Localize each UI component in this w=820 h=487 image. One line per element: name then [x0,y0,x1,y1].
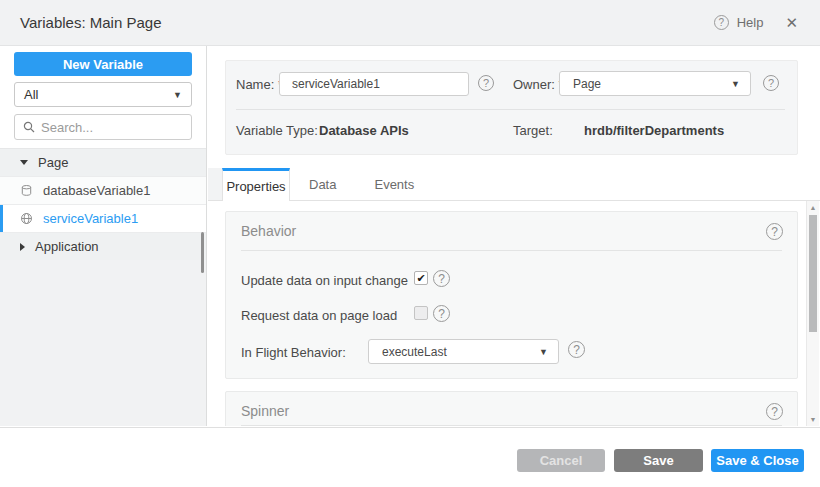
request-on-page-load-checkbox[interactable] [414,306,428,320]
spinner-section-title: Spinner [241,403,289,419]
tree-item-label: databaseVariable1 [43,183,150,198]
owner-help-icon[interactable] [763,75,779,91]
spinner-section: Spinner [225,391,798,426]
help-icon[interactable] [714,15,729,30]
content-scrollbar-thumb[interactable] [809,215,817,332]
tree-group-application[interactable]: Application [0,233,206,261]
request-on-page-load-label: Request data on page load [241,308,397,323]
owner-value: Page [573,77,601,91]
dialog-footer: Cancel Save Save & Close [0,427,820,487]
in-flight-behavior-help-icon[interactable] [568,341,585,358]
variable-type-label: Variable Type: [236,123,318,138]
close-icon[interactable]: ✕ [785,14,798,32]
triangle-down-icon [20,160,28,165]
detail-tabs: Properties Data Events [208,168,820,201]
search-icon [23,121,35,133]
name-field[interactable] [279,72,469,96]
update-on-input-change-checkbox[interactable] [414,271,428,285]
summary-divider [236,109,785,110]
tree-empty-area [0,260,206,426]
spinner-help-icon[interactable] [766,403,783,420]
chevron-down-icon: ▼ [731,79,740,89]
tree-item-servicevariable1[interactable]: serviceVariable1 [0,205,206,233]
service-variable-icon [20,212,33,225]
tree-item-databasevariable1[interactable]: databaseVariable1 [0,177,206,205]
target-value: hrdb/filterDepartments [584,123,724,138]
dialog-header: Variables: Main Page Help ✕ [0,0,820,46]
page-title: Variables: Main Page [0,14,161,31]
behavior-help-icon[interactable] [766,223,783,240]
scroll-up-arrow-icon[interactable]: ▲ [807,204,819,211]
tree-group-label: Application [35,239,99,254]
tabbar-lead-spacer [208,168,222,200]
name-label: Name: * [236,77,283,92]
tree-group-page[interactable]: Page [0,149,206,177]
database-variable-icon [20,184,33,197]
section-divider [241,250,782,251]
variable-filter-select[interactable]: All ▼ [14,82,192,107]
help-link[interactable]: Help [737,15,764,30]
chevron-down-icon: ▼ [539,347,548,357]
tree-item-label: serviceVariable1 [43,211,138,226]
triangle-right-icon [20,243,25,251]
owner-label: Owner: * [513,77,564,92]
owner-select[interactable]: Page ▼ [559,71,751,96]
variable-detail-panel: Name: * Owner: * Page ▼ Variable Type: D… [208,46,820,426]
variable-filter-value: All [24,87,38,102]
chevron-down-icon: ▼ [173,90,182,100]
search-box[interactable] [14,114,192,140]
in-flight-behavior-value: executeLast [382,345,447,359]
cancel-button[interactable]: Cancel [517,449,605,472]
tab-events[interactable]: Events [355,168,433,200]
save-button[interactable]: Save [614,449,703,472]
tree-group-label: Page [38,155,68,170]
search-input[interactable] [41,120,171,135]
save-and-close-button[interactable]: Save & Close [711,449,804,472]
properties-content: Behavior Update data on input change Req… [208,201,808,426]
in-flight-behavior-label: In Flight Behavior: [241,345,346,360]
name-help-icon[interactable] [478,75,494,91]
new-variable-button[interactable]: New Variable [14,52,192,76]
behavior-section: Behavior Update data on input change Req… [225,211,798,379]
variables-sidebar: New Variable All ▼ Page databaseVar [0,46,207,426]
variables-dialog: Variables: Main Page Help ✕ New Variable… [0,0,820,487]
sidebar-scrollbar-thumb[interactable] [201,232,204,273]
request-on-page-load-help-icon[interactable] [433,305,450,322]
behavior-section-title: Behavior [241,223,296,239]
scroll-down-arrow-icon[interactable]: ▼ [807,416,819,423]
variable-type-value: Database APIs [319,123,409,138]
update-on-input-change-label: Update data on input change [241,273,408,288]
tab-data[interactable]: Data [290,168,355,200]
variables-tree: Page databaseVariable1 serviceVariable1 [0,148,206,261]
in-flight-behavior-select[interactable]: executeLast ▼ [368,339,559,364]
variable-summary-panel: Name: * Owner: * Page ▼ Variable Type: D… [225,60,798,155]
tab-properties[interactable]: Properties [222,168,290,201]
content-scrollbar[interactable]: ▲ ▼ [806,201,819,426]
update-on-input-change-help-icon[interactable] [433,270,450,287]
target-label: Target: [513,123,553,138]
section-divider [241,425,782,426]
